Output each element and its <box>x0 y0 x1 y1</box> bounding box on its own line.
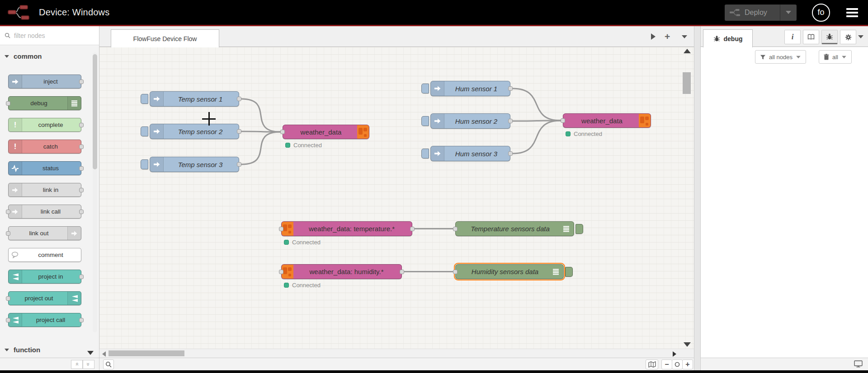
node-port[interactable] <box>79 188 84 192</box>
tab-debug[interactable]: debug <box>703 29 753 47</box>
palette-node-link-in[interactable]: link in <box>8 183 81 197</box>
node-port[interactable] <box>6 101 10 106</box>
debug-clear-button[interactable]: all <box>819 50 852 64</box>
palette-scroll-down-icon[interactable] <box>87 351 94 355</box>
deploy-button[interactable]: Deploy <box>725 5 797 21</box>
palette-node-catch[interactable]: !catch <box>8 140 81 154</box>
filter-nodes-input[interactable] <box>14 32 86 39</box>
deploy-caret-icon[interactable] <box>786 11 791 14</box>
output-port[interactable] <box>508 86 513 91</box>
output-port[interactable] <box>508 151 513 156</box>
panel-splitter[interactable] <box>694 26 701 370</box>
inject-button[interactable] <box>141 126 148 136</box>
inject-button[interactable] <box>141 94 148 104</box>
flow-node-wdt[interactable]: weather_data: temperature.* <box>281 221 412 236</box>
zoom-in-button[interactable]: + <box>682 359 693 369</box>
inject-button[interactable] <box>421 116 429 126</box>
output-port[interactable] <box>237 162 241 167</box>
input-port[interactable] <box>280 130 285 134</box>
zoom-reset-button[interactable] <box>672 359 683 369</box>
palette-section-function[interactable]: function <box>0 339 99 354</box>
node-port[interactable] <box>6 231 10 236</box>
input-port[interactable] <box>453 227 458 231</box>
minimap-button[interactable] <box>646 359 658 369</box>
help-tab-button[interactable] <box>803 30 819 44</box>
palette-section-common[interactable]: common <box>0 45 99 60</box>
palette-node-inject[interactable]: inject <box>8 75 81 89</box>
canvas-horizontal-scrollbar[interactable] <box>99 349 694 358</box>
node-port[interactable] <box>79 145 84 149</box>
flow-node-hum2[interactable]: Hum sensor 2 <box>430 113 510 129</box>
horizontal-scroll-thumb[interactable] <box>108 350 184 356</box>
tab-flowfuse-device-flow[interactable]: FlowFuse Device Flow <box>111 29 219 47</box>
scroll-down-icon[interactable] <box>684 342 691 347</box>
palette-node-project-in[interactable]: project in <box>8 270 81 284</box>
collapse-all-button[interactable]: » <box>71 360 83 369</box>
output-port[interactable] <box>237 129 241 134</box>
node-port[interactable] <box>6 296 10 301</box>
open-in-window-button[interactable] <box>854 360 863 369</box>
debug-tab-button[interactable] <box>821 30 838 44</box>
scroll-right-icon[interactable] <box>673 351 676 357</box>
flow-node-temp1[interactable]: Temp sensor 1 <box>150 91 239 107</box>
palette-node-status[interactable]: status <box>8 161 81 175</box>
node-port[interactable] <box>79 210 84 214</box>
flow-node-hum3[interactable]: Hum sensor 3 <box>430 146 510 161</box>
flow-node-dbh[interactable]: Humidity sensors data <box>455 264 564 279</box>
node-port[interactable] <box>6 318 10 322</box>
inject-button[interactable] <box>421 149 429 159</box>
flow-node-wdh[interactable]: weather_data: humidity.* <box>281 264 402 279</box>
node-port[interactable] <box>6 210 10 214</box>
output-port[interactable] <box>508 119 513 123</box>
input-port[interactable] <box>279 270 283 274</box>
config-tab-button[interactable] <box>840 30 856 44</box>
flow-node-wd1[interactable]: weather_data <box>283 125 369 139</box>
palette-node-link-call[interactable]: link call <box>8 205 81 219</box>
palette-node-debug[interactable]: debug <box>8 96 81 110</box>
sidebar-menu-icon[interactable] <box>858 35 863 38</box>
debug-filter-button[interactable]: all nodes <box>755 50 806 64</box>
scroll-up-icon[interactable] <box>684 49 691 53</box>
run-flow-button[interactable] <box>651 26 656 47</box>
node-port[interactable] <box>79 79 84 84</box>
flow-node-wd2[interactable]: weather_data <box>563 113 651 128</box>
flow-node-hum1[interactable]: Hum sensor 1 <box>430 81 510 96</box>
palette-node-link-out[interactable]: link out <box>8 226 81 240</box>
node-port[interactable] <box>79 275 84 279</box>
palette-node-project-call[interactable]: project call <box>8 313 81 327</box>
debug-toggle-button[interactable] <box>576 224 583 234</box>
flow-node-temp2[interactable]: Temp sensor 2 <box>150 124 239 139</box>
canvas-vertical-scrollbar[interactable] <box>682 47 692 349</box>
scroll-left-icon[interactable] <box>102 351 106 357</box>
output-port[interactable] <box>410 227 415 231</box>
canvas-search-button[interactable] <box>103 359 114 369</box>
node-port[interactable] <box>79 123 84 127</box>
palette-node-complete[interactable]: !complete <box>8 118 81 132</box>
flow-list-button[interactable] <box>682 26 687 47</box>
palette-node-project-out[interactable]: project out <box>8 291 81 305</box>
wire[interactable] <box>241 99 280 132</box>
output-port[interactable] <box>400 270 404 274</box>
inject-button[interactable] <box>141 159 148 169</box>
input-port[interactable] <box>561 118 565 123</box>
node-port[interactable] <box>79 166 84 171</box>
input-port[interactable] <box>453 270 458 274</box>
input-port[interactable] <box>279 227 283 231</box>
node-port[interactable] <box>79 318 84 322</box>
info-tab-button[interactable]: i <box>784 30 801 44</box>
wire[interactable] <box>513 121 561 154</box>
palette-node-comment[interactable]: comment <box>8 248 81 262</box>
expand-all-button[interactable]: » <box>83 360 94 369</box>
vertical-scroll-thumb[interactable] <box>683 72 691 94</box>
add-flow-button[interactable]: + <box>665 26 670 47</box>
palette-search[interactable] <box>0 26 99 45</box>
flow-node-dbt[interactable]: Temperature sensors data <box>455 221 574 236</box>
flow-canvas[interactable]: Temp sensor 1Temp sensor 2Temp sensor 3w… <box>99 47 694 349</box>
flow-node-temp3[interactable]: Temp sensor 3 <box>150 157 239 172</box>
debug-toggle-button[interactable] <box>565 267 573 277</box>
zoom-out-button[interactable]: − <box>661 359 672 369</box>
inject-button[interactable] <box>421 84 429 93</box>
main-menu-icon[interactable] <box>846 6 858 19</box>
avatar[interactable]: fo <box>812 4 830 22</box>
wire[interactable] <box>513 89 561 121</box>
